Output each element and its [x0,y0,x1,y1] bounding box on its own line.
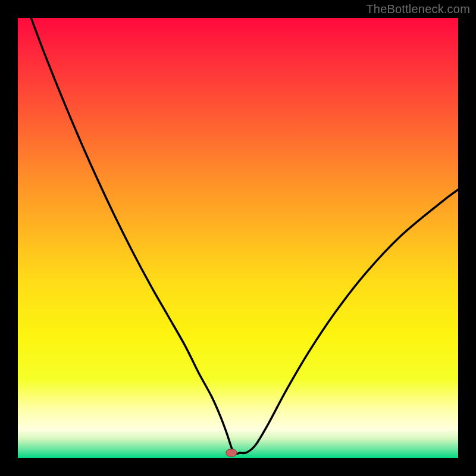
optimum-marker [226,449,237,456]
chart-container: TheBottleneck.com [0,0,476,476]
plot-svg [18,18,458,458]
gradient-background [18,18,458,458]
watermark-text: TheBottleneck.com [366,2,470,16]
plot-area [18,18,458,458]
